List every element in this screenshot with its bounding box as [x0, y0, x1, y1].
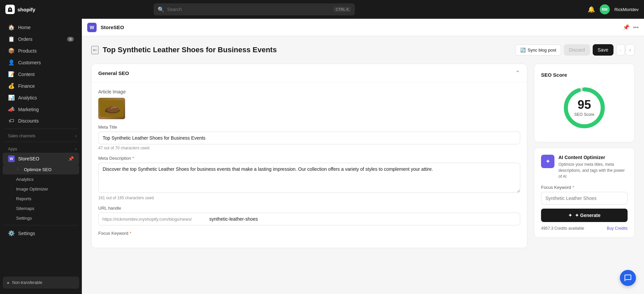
shopify-wordmark: shopify [17, 7, 35, 12]
meta-description-field: Meta Description * Discover the top Synt… [98, 156, 520, 200]
focus-kw-required: * [130, 231, 131, 236]
sidebar-subitem-analytics[interactable]: Analytics [3, 174, 79, 184]
divider-2 [4, 142, 78, 142]
username: RickMortdev [614, 7, 639, 12]
app-more-icon[interactable]: ••• [633, 24, 639, 30]
sidebar-subitem-settings[interactable]: Settings [3, 213, 79, 223]
article-image-label: Article Image [98, 89, 520, 94]
circle-icon: ● [7, 280, 9, 285]
page-actions: 🔄 Sync blog post Discard Save ‹ › [515, 44, 635, 56]
url-handle-field: URL handle https://rickmortdev.myshopify… [98, 206, 520, 225]
article-image[interactable] [98, 98, 125, 119]
meta-description-textarea[interactable]: Discover the top Synthetic Leather Shoes… [98, 163, 520, 193]
meta-description-char-count: 161 out of 165 characters used [98, 196, 520, 200]
focus-keyword-label: Focus Keyword * [98, 231, 520, 236]
score-center: 95 SEO Score [574, 99, 594, 117]
article-image-field: Article Image [98, 89, 520, 119]
divider-3 [4, 225, 78, 225]
sidebar-item-orders[interactable]: 📋 Orders 9 [3, 33, 79, 45]
app-header: W StoreSEO 📌 ••• [82, 19, 644, 36]
sidebar-item-customers[interactable]: 👤 Customers [3, 57, 79, 68]
prev-arrow-button[interactable]: ‹ [616, 44, 625, 56]
sidebar-bottom: ● Non-transferable [0, 274, 82, 291]
sidebar-subitem-reports[interactable]: Reports [3, 194, 79, 204]
sync-blog-post-button[interactable]: 🔄 Sync blog post [515, 45, 561, 56]
orders-icon: 📋 [8, 36, 15, 42]
page-title: Top Synthetic Leather Shoes for Business… [103, 46, 277, 54]
page-header: ← Top Synthetic Leather Shoes for Busine… [91, 44, 635, 56]
score-circle-wrap: 95 SEO Score [541, 84, 628, 131]
shopify-bag-icon [5, 5, 15, 14]
shopify-logo[interactable]: shopify [5, 5, 35, 14]
general-seo-card-header: General SEO ⌃ [92, 64, 527, 82]
app-logo: W [87, 23, 97, 32]
discard-button[interactable]: Discard [564, 44, 590, 56]
meta-title-field: Meta Title 47 out of 70 characters used [98, 125, 520, 150]
main-layout: 🏠 Home 📋 Orders 9 📦 Products 👤 Customers… [0, 19, 644, 294]
sales-channels-chevron: › [75, 134, 76, 138]
page-content: ← Top Synthetic Leather Shoes for Busine… [82, 36, 644, 294]
search-input[interactable] [167, 7, 331, 12]
meta-description-label: Meta Description * [98, 156, 520, 161]
app-pin-icon[interactable]: 📌 [623, 24, 630, 30]
generate-button[interactable]: ✦ ✦ Generate [541, 209, 628, 222]
sidebar-item-marketing[interactable]: 📣 Marketing [3, 103, 79, 115]
sidebar-item-storeseo[interactable]: W StoreSEO 📌 [3, 153, 79, 165]
card-collapse-toggle[interactable]: ⌃ [515, 69, 520, 77]
avatar[interactable]: RM [600, 4, 610, 14]
two-column-layout: General SEO ⌃ Article Image [91, 64, 635, 253]
meta-title-char-count: 47 out of 70 characters used [98, 146, 520, 150]
sidebar-subitem-image-optimizer[interactable]: Image Optimizer [3, 184, 79, 194]
sidebar-item-discounts[interactable]: 🏷 Discounts [3, 115, 79, 127]
search-icon: 🔍 [158, 6, 164, 13]
chat-widget[interactable] [620, 270, 636, 286]
apps-chevron: › [75, 147, 76, 151]
divider-1 [4, 129, 78, 129]
focus-keyword-ai-label: Focus Keyword * [541, 185, 628, 190]
sidebar-item-content[interactable]: 📝 Content [3, 68, 79, 80]
focus-keyword-ai-input[interactable] [541, 192, 628, 205]
next-arrow-button[interactable]: › [626, 44, 635, 56]
orders-badge: 9 [67, 37, 74, 42]
meta-desc-required: * [132, 156, 134, 161]
ai-title: AI Content Optimizer [558, 155, 628, 160]
non-transferable-badge[interactable]: ● Non-transferable [3, 277, 79, 289]
sidebar-item-settings[interactable]: ⚙️ Settings [3, 227, 79, 239]
buy-credits-link[interactable]: Buy Credits [607, 226, 628, 231]
analytics-icon: 📊 [8, 94, 15, 101]
sidebar-item-finance[interactable]: 💰 Finance [3, 80, 79, 92]
score-label: SEO Score [574, 112, 594, 117]
content-icon: 📝 [8, 71, 15, 77]
notifications-icon[interactable]: 🔔 [588, 6, 595, 13]
apps-section[interactable]: Apps › [0, 144, 82, 153]
sidebar-item-home[interactable]: 🏠 Home [3, 21, 79, 33]
sidebar-item-products[interactable]: 📦 Products [3, 45, 79, 57]
sidebar: 🏠 Home 📋 Orders 9 📦 Products 👤 Customers… [0, 19, 82, 294]
meta-title-label: Meta Title [98, 125, 520, 130]
discounts-icon: 🏷 [8, 118, 15, 124]
back-button[interactable]: ← [91, 46, 99, 54]
seo-score-card: SEO Score [534, 64, 635, 142]
sales-channels-section[interactable]: Sales channels › [0, 131, 82, 140]
customers-icon: 👤 [8, 59, 15, 66]
sidebar-subitem-optimize-seo[interactable]: └ Optimize SEO [3, 165, 79, 174]
seo-score-title: SEO Score [541, 72, 628, 78]
focus-kw-ai-required: * [573, 185, 574, 190]
svg-point-3 [113, 107, 114, 108]
page-title-area: ← Top Synthetic Leather Shoes for Busine… [91, 46, 277, 54]
app-name: StoreSEO [101, 24, 124, 30]
ai-sparkle-icon: ✦ [541, 155, 554, 168]
main-column: General SEO ⌃ Article Image [91, 64, 527, 253]
search-bar[interactable]: 🔍 CTRL K [154, 3, 355, 15]
sidebar-item-analytics[interactable]: 📊 Analytics [3, 92, 79, 103]
credits-row: 4957.3 Credits available Buy Credits [541, 226, 628, 231]
pin-sidebar-icon[interactable]: 📌 [68, 156, 74, 161]
home-icon: 🏠 [8, 24, 15, 30]
sidebar-subitem-sitemaps[interactable]: Sitemaps [3, 204, 79, 213]
finance-icon: 💰 [8, 83, 15, 89]
score-circle: 95 SEO Score [561, 84, 608, 131]
products-icon: 📦 [8, 48, 15, 54]
meta-title-input[interactable] [98, 132, 520, 144]
save-button[interactable]: Save [593, 44, 613, 56]
credits-text: 4957.3 Credits available [541, 226, 584, 231]
